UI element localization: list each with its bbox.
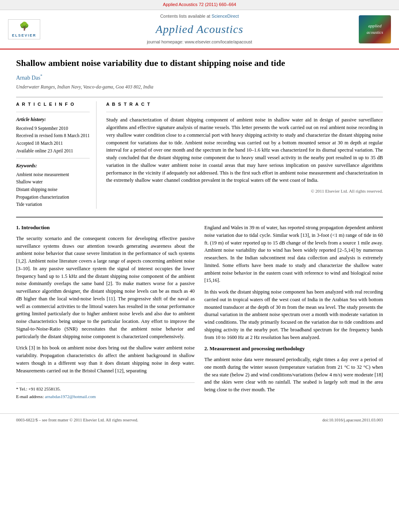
journal-logo-icon: appliedacoustics	[367, 23, 383, 36]
abstract-label: A B S T R A C T	[106, 101, 383, 108]
copyright-line: © 2011 Elsevier Ltd. All rights reserved…	[106, 188, 383, 195]
abstract-text: Study and characterization of distant sh…	[106, 116, 383, 184]
keyword-2: Shallow water	[16, 179, 90, 185]
available-date: Available online 23 April 2011	[16, 148, 90, 154]
accepted-date: Accepted 18 March 2011	[16, 140, 90, 147]
keyword-3: Distant shipping noise	[16, 186, 90, 193]
main-body: 1. Introduction The security scenario an…	[16, 217, 383, 401]
received-date: Received 9 September 2010	[16, 125, 90, 132]
contents-line: Contents lists available at ScienceDirec…	[48, 13, 351, 20]
section2-heading: 2. Measurement and processing methodolog…	[204, 345, 383, 353]
footnote-email: E-mail address: arnabdas1972@hotmail.com	[16, 394, 195, 400]
issn-text: 0003-6822/$ – see front matter © 2011 El…	[16, 417, 138, 423]
abstract-column: A B S T R A C T Study and characterizati…	[106, 101, 383, 209]
section2-para1: The ambient noise data were measured per…	[204, 356, 383, 394]
section1-right-para2: In this work the distant shipping noise …	[204, 288, 383, 341]
bottom-bar: 0003-6822/$ – see front matter © 2011 El…	[0, 413, 399, 426]
revised-date: Received in revised form 8 March 2011	[16, 132, 90, 139]
article-title: Shallow ambient noise variability due to…	[16, 58, 383, 69]
elsevier-tree-icon: 🌳	[19, 21, 29, 32]
keywords-title: Keywords:	[16, 162, 90, 169]
journal-ref-text: Applied Acoustics 72 (2011) 660–664	[163, 2, 236, 7]
history-title: Article history:	[16, 116, 90, 123]
email-link[interactable]: arnabdas1972@hotmail.com	[45, 394, 96, 399]
journal-title: Applied Acoustics	[48, 21, 351, 38]
elsevier-logo: 🌳 ELSEVIER	[8, 19, 40, 39]
keyword-5: Tide variation	[16, 201, 90, 208]
journal-homepage: journal homepage: www.elsevier.com/locat…	[48, 39, 351, 45]
keyword-1: Ambient noise measurement	[16, 171, 90, 178]
section1-right-para1: England and Wales in 39 m of water, has …	[204, 224, 383, 284]
body-left-column: 1. Introduction The security scenario an…	[16, 224, 195, 401]
footnote-section: * Tel.: +91 832 2558135. E-mail address:…	[16, 382, 195, 400]
body-right-column: England and Wales in 39 m of water, has …	[204, 224, 383, 401]
doi-text: doi:10.1016/j.apacoust.2011.03.003	[323, 417, 383, 423]
article-meta-section: A R T I C L E I N F O Article history: R…	[16, 97, 383, 209]
author-name: Arnab Das*	[16, 73, 383, 82]
journal-header: 🌳 ELSEVIER Contents lists available at S…	[0, 10, 399, 49]
sciencedirect-link[interactable]: ScienceDirect	[212, 14, 239, 18]
article-info-column: A R T I C L E I N F O Article history: R…	[16, 101, 97, 209]
article-content: Shallow ambient noise variability due to…	[0, 49, 399, 409]
journal-center: Contents lists available at ScienceDirec…	[48, 13, 351, 45]
section1-para1: The security scenario and the consequent…	[16, 235, 195, 341]
section1-para2: Urick [3] in his book on ambient noise d…	[16, 344, 195, 374]
elsevier-brand-text: ELSEVIER	[12, 33, 37, 38]
footnote-tel: * Tel.: +91 832 2558135.	[16, 386, 195, 392]
elsevier-logo-box: 🌳 ELSEVIER	[8, 19, 40, 39]
section1-heading: 1. Introduction	[16, 224, 195, 232]
keyword-4: Propagation characterization	[16, 194, 90, 201]
journal-logo-right: appliedacoustics	[359, 15, 391, 43]
article-info-label: A R T I C L E I N F O	[16, 101, 90, 108]
affiliation: Underwater Ranges, Indian Navy, Vasco-da…	[16, 84, 383, 90]
journal-reference-bar: Applied Acoustics 72 (2011) 660–664	[0, 0, 399, 10]
